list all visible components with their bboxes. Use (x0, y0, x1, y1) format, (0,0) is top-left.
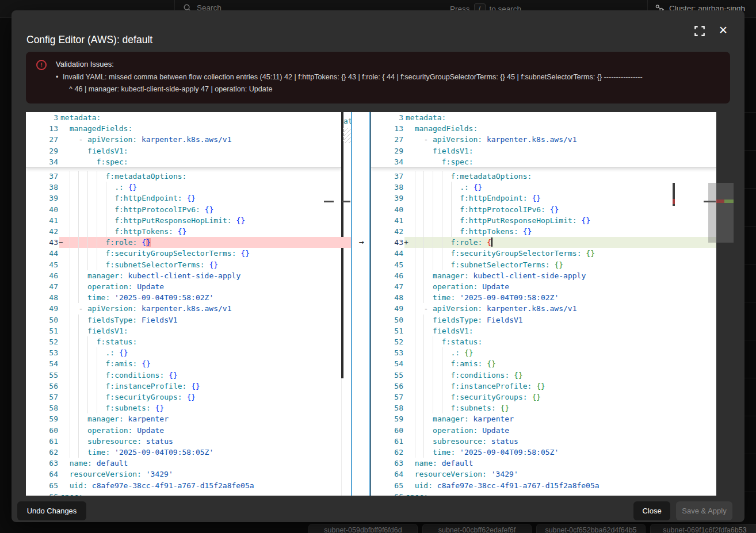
code-line-original-59[interactable]: 59manager: karpenter (26, 413, 341, 424)
indent-guide (433, 182, 433, 193)
code-line-original-sticky-27[interactable]: 27- apiVersion: karpenter.k8s.aws/v1 (26, 134, 341, 145)
code-line-original-47[interactable]: 47operation: Update (26, 281, 341, 292)
code-line-original-sticky-13[interactable]: 13managedFields: (26, 123, 341, 134)
code-line-original-61[interactable]: 61subresource: status (26, 436, 341, 447)
code-line-modified-42[interactable]: 42f:httpTokens: {} (371, 226, 716, 237)
code-line-original-49[interactable]: 49- apiVersion: karpenter.k8s.aws/v1 (26, 303, 341, 314)
code-line-original-sticky-3[interactable]: 3metadata: (26, 112, 341, 123)
code-line-modified-58[interactable]: 58f:subnets: {} (371, 402, 716, 413)
code-line-original-56[interactable]: 56f:instanceProfile: {} (26, 381, 341, 392)
code-text: - apiVersion: karpenter.k8s.aws/v1 (423, 134, 576, 145)
code-line-modified-65[interactable]: 65uid: c8afe97e-38cc-4f91-a767-d15f2a8fe… (371, 480, 716, 491)
code-line-modified-44[interactable]: 44f:securityGroupSelectorTerms: {} (371, 248, 716, 259)
code-line-original-50[interactable]: 50fieldsType: FieldsV1 (26, 315, 341, 325)
code-line-original-43[interactable]: 43−f:role: {} (26, 237, 341, 248)
code-line-modified-60[interactable]: 60operation: Update (371, 425, 716, 436)
line-number: 57 (379, 392, 403, 402)
viewport-indicator[interactable] (716, 183, 734, 243)
sash-left-border[interactable] (351, 112, 352, 496)
code-line-original-38[interactable]: 38.: {} (26, 182, 341, 193)
code-line-original-51[interactable]: 51fieldsV1: (26, 325, 341, 336)
fullscreen-icon[interactable] (693, 25, 706, 37)
indent-guide (415, 281, 415, 292)
code-line-modified-51[interactable]: 51fieldsV1: (371, 325, 716, 336)
code-line-modified-sticky-34[interactable]: 34f:spec: (371, 156, 716, 167)
code-line-original-39[interactable]: 39f:httpEndpoint: {} (26, 193, 341, 204)
code-line-modified-43[interactable]: 43+f:role: { (371, 237, 716, 248)
code-line-modified-56[interactable]: 56f:instanceProfile: {} (371, 381, 716, 392)
code-line-modified-48[interactable]: 48time: '2025-09-04T09:58:02Z' (371, 292, 716, 303)
code-text: f:status: (442, 336, 482, 347)
code-text: time: '2025-09-04T09:58:02Z' (87, 292, 213, 303)
code-line-original-65[interactable]: 65uid: c8afe97e-38cc-4f91-a767-d15f2a8fe… (26, 480, 341, 491)
code-line-modified-sticky-3[interactable]: 3metadata: (371, 112, 716, 123)
code-line-modified-39[interactable]: 39f:httpEndpoint: {} (371, 193, 716, 204)
code-line-original-sticky-34[interactable]: 34f:spec: (26, 156, 341, 167)
code-line-modified-45[interactable]: 45f:subnetSelectorTerms: {} (371, 259, 716, 270)
code-line-original-53[interactable]: 53.: {} (26, 347, 341, 358)
indent-guide (70, 226, 70, 237)
code-line-modified-37[interactable]: 37f:metadataOptions: (371, 171, 716, 182)
token: f:httpTokens: (114, 227, 173, 236)
code-line-modified-47[interactable]: 47operation: Update (371, 281, 716, 292)
token: c8afe97e-38cc-4f91-a767-d15f2a8fe05a (433, 481, 600, 490)
code-line-original-64[interactable]: 64resourceVersion: '3429' (26, 469, 341, 480)
code-line-original-66[interactable]: 66spec: (26, 491, 341, 496)
code-line-original-63[interactable]: 63name: default (26, 458, 341, 469)
code-line-modified-54[interactable]: 54f:amis: {} (371, 358, 716, 369)
modified-sticky-scroll-header[interactable]: 3metadata:13managedFields:27- apiVersion… (371, 112, 716, 168)
line-number: 41 (34, 215, 58, 226)
code-line-modified-61[interactable]: 61subresource: status (371, 436, 716, 447)
code-line-original-sticky-29[interactable]: 29fieldsV1: (26, 145, 341, 156)
code-line-modified-63[interactable]: 63name: default (371, 458, 716, 469)
code-line-original-37[interactable]: 37f:metadataOptions: (26, 171, 341, 182)
code-line-modified-38[interactable]: 38.: {} (371, 182, 716, 193)
code-line-modified-52[interactable]: 52f:status: (371, 336, 716, 347)
indent-guide (78, 370, 79, 381)
right-scrollbar-thumb[interactable] (708, 183, 716, 243)
save-apply-button[interactable]: Save & Apply (676, 501, 732, 520)
code-line-original-58[interactable]: 58f:subnets: {} (26, 402, 341, 413)
code-line-original-46[interactable]: 46manager: kubectl-client-side-apply (26, 270, 341, 281)
code-line-modified-50[interactable]: 50fieldsType: FieldsV1 (371, 315, 716, 325)
close-icon[interactable]: ✕ (716, 24, 730, 37)
code-line-modified-sticky-13[interactable]: 13managedFields: (371, 123, 716, 134)
diff-original-pane[interactable]: 37f:metadataOptions:38.: {}39f:httpEndpo… (26, 112, 341, 496)
code-line-modified-40[interactable]: 40f:httpProtocolIPv6: {} (371, 204, 716, 215)
line-number: 55 (379, 370, 403, 381)
code-line-original-57[interactable]: 57f:securityGroups: {} (26, 392, 341, 402)
code-line-original-44[interactable]: 44f:securityGroupSelectorTerms: {} (26, 248, 341, 259)
code-line-modified-64[interactable]: 64resourceVersion: '3429' (371, 469, 716, 480)
code-line-modified-55[interactable]: 55f:conditions: {} (371, 370, 716, 381)
code-line-original-54[interactable]: 54f:amis: {} (26, 358, 341, 369)
code-line-modified-53[interactable]: 53.: {} (371, 347, 716, 358)
code-line-modified-66[interactable]: 66spec: (371, 491, 716, 496)
code-line-modified-59[interactable]: 59manager: karpenter (371, 413, 716, 424)
original-sticky-scroll-header[interactable]: 3metadata:13managedFields:27- apiVersion… (26, 112, 341, 168)
code-line-original-52[interactable]: 52f:status: (26, 336, 341, 347)
code-line-original-60[interactable]: 60operation: Update (26, 425, 341, 436)
sash-right-border[interactable] (369, 112, 371, 496)
close-button[interactable]: Close (633, 501, 670, 520)
code-line-modified-49[interactable]: 49- apiVersion: karpenter.k8s.aws/v1 (371, 303, 716, 314)
code-line-modified-57[interactable]: 57f:securityGroups: {} (371, 392, 716, 402)
diff-modified-pane[interactable]: 37f:metadataOptions:38.: {}39f:httpEndpo… (371, 112, 716, 496)
code-line-original-45[interactable]: 45f:subnetSelectorTerms: {} (26, 259, 341, 270)
code-line-original-48[interactable]: 48time: '2025-09-04T09:58:02Z' (26, 292, 341, 303)
code-line-original-62[interactable]: 62time: '2025-09-04T09:58:05Z' (26, 447, 341, 458)
token: operation: (433, 282, 478, 291)
code-line-modified-46[interactable]: 46manager: kubectl-client-side-apply (371, 270, 716, 281)
diff-overview-ruler[interactable] (716, 112, 734, 496)
code-line-original-55[interactable]: 55f:conditions: {} (26, 370, 341, 381)
code-line-original-40[interactable]: 40f:httpProtocolIPv6: {} (26, 204, 341, 215)
code-line-original-41[interactable]: 41f:httpPutResponseHopLimit: {} (26, 215, 341, 226)
code-line-modified-41[interactable]: 41f:httpPutResponseHopLimit: {} (371, 215, 716, 226)
code-line-original-42[interactable]: 42f:httpTokens: {} (26, 226, 341, 237)
code-line-modified-62[interactable]: 62time: '2025-09-04T09:58:05Z' (371, 447, 716, 458)
code-text: f:httpEndpoint: {} (460, 193, 541, 204)
code-line-modified-sticky-29[interactable]: 29fieldsV1: (371, 145, 716, 156)
revert-change-arrow-icon[interactable]: → (353, 236, 370, 248)
token: {} (582, 216, 591, 225)
code-line-modified-sticky-27[interactable]: 27- apiVersion: karpenter.k8s.aws/v1 (371, 134, 716, 145)
undo-changes-button[interactable]: Undo Changes (17, 501, 86, 520)
